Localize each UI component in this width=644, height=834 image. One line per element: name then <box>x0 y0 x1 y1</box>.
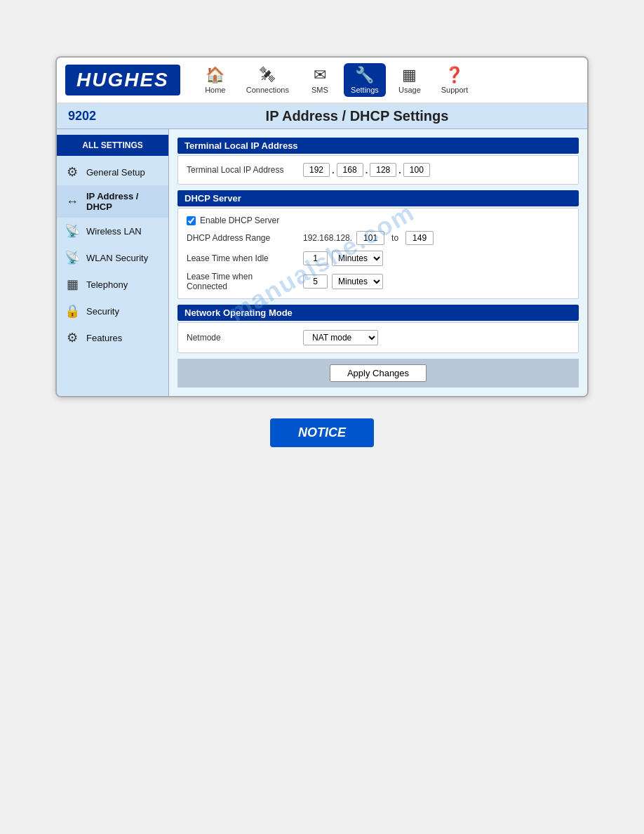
ip-part-3[interactable] <box>370 163 396 177</box>
sidebar-item-wireless-lan[interactable]: 📡 Wireless LAN <box>57 218 168 244</box>
nav-sms[interactable]: ✉ SMS <box>299 63 341 97</box>
lease-connected-label-text: Lease Time whenConnected <box>187 272 253 291</box>
lease-connected-input[interactable] <box>303 274 328 289</box>
lease-connected-label: Lease Time whenConnected <box>187 272 299 291</box>
nav-connections-label: Connections <box>246 86 289 94</box>
dhcp-section: Enable DHCP Server DHCP Address Range 19… <box>177 208 579 299</box>
nav-support[interactable]: ❓ Support <box>434 63 476 97</box>
top-nav: HUGHES 🏠 Home 🛰 Connections ✉ SMS 🔧 Sett <box>57 58 587 104</box>
ui-container: HUGHES 🏠 Home 🛰 Connections ✉ SMS 🔧 Sett <box>55 56 589 397</box>
sidebar-label-ip-dhcp: IP Address / DHCP <box>86 191 161 212</box>
terminal-ip-row: Terminal Local IP Address . . . <box>187 163 570 177</box>
lease-connected-unit-select[interactable]: Minutes Hours <box>332 274 383 289</box>
sidebar-item-features[interactable]: ⚙ Features <box>57 324 168 351</box>
nav-buttons: 🏠 Home 🛰 Connections ✉ SMS 🔧 Settings ▦ <box>194 63 579 97</box>
sidebar-label-features: Features <box>86 333 122 343</box>
page-title: IP Address / DHCP Settings <box>138 108 576 124</box>
notice-box: NOTICE <box>270 418 374 447</box>
sidebar-item-ip-dhcp[interactable]: ↔ IP Address / DHCP <box>57 185 168 218</box>
dhcp-header: DHCP Server <box>177 190 579 206</box>
apply-changes-button[interactable]: Apply Changes <box>330 364 427 382</box>
lease-idle-input[interactable] <box>303 251 328 265</box>
enable-dhcp-text: Enable DHCP Server <box>200 216 279 225</box>
netmode-row: Netmode NAT mode Bridge mode <box>187 330 570 345</box>
ip-dot-1: . <box>332 165 335 176</box>
sidebar-header: ALL SETTINGS <box>57 135 168 156</box>
sidebar-item-general-setup[interactable]: ⚙ General Setup <box>57 159 168 185</box>
terminal-ip-header: Terminal Local IP Address <box>177 138 579 154</box>
sidebar-label-telephony: Telephony <box>86 279 128 290</box>
range-end-input[interactable] <box>405 231 434 245</box>
nav-settings[interactable]: 🔧 Settings <box>344 63 386 97</box>
ip-dot-3: . <box>398 165 401 176</box>
ip-part-4[interactable] <box>403 163 430 177</box>
nav-settings-label: Settings <box>351 86 379 94</box>
lease-idle-row: Lease Time when Idle Minutes Hours <box>187 251 570 266</box>
netmode-label: Netmode <box>187 333 299 343</box>
terminal-ip-label: Terminal Local IP Address <box>187 165 299 175</box>
network-mode-header: Network Operating Mode <box>177 305 579 321</box>
sidebar: ALL SETTINGS ⚙ General Setup ↔ IP Addres… <box>57 129 169 396</box>
content-area: manualshe.com ALL SETTINGS ⚙ General Set… <box>57 129 587 396</box>
sidebar-label-security: Security <box>86 306 119 317</box>
sidebar-item-security[interactable]: 🔒 Security <box>57 298 168 324</box>
device-id: 9202 <box>68 109 138 124</box>
ip-part-1[interactable] <box>303 163 330 177</box>
sidebar-label-wlan-security: WLAN Security <box>86 253 148 263</box>
features-icon: ⚙ <box>64 330 81 345</box>
network-mode-section: Netmode NAT mode Bridge mode <box>177 322 579 353</box>
wireless-icon: 📡 <box>64 223 81 239</box>
ip-dot-2: . <box>365 165 368 176</box>
ip-range-prefix: 192.168.128. <box>303 233 352 243</box>
logo-area: HUGHES <box>65 65 180 95</box>
gear-icon: ⚙ <box>64 164 81 180</box>
main-content: Terminal Local IP Address Terminal Local… <box>169 129 587 396</box>
nav-support-label: Support <box>441 86 469 94</box>
nav-usage[interactable]: ▦ Usage <box>389 63 431 97</box>
enable-dhcp-row: Enable DHCP Server <box>187 216 570 225</box>
wlan-security-icon: 📡 <box>64 250 81 265</box>
range-start-input[interactable] <box>356 231 384 245</box>
lease-idle-label: Lease Time when Idle <box>187 253 299 263</box>
device-row: 9202 IP Address / DHCP Settings <box>57 104 587 129</box>
ip-icon: ↔ <box>64 194 81 209</box>
sms-icon: ✉ <box>314 66 326 84</box>
connections-icon: 🛰 <box>260 66 275 84</box>
logo-text: HUGHES <box>76 69 169 91</box>
apply-row: Apply Changes <box>177 359 579 388</box>
sidebar-item-telephony[interactable]: ▦ Telephony <box>57 271 168 298</box>
settings-icon: 🔧 <box>355 66 374 84</box>
usage-icon: ▦ <box>402 66 417 84</box>
lease-connected-row: Lease Time whenConnected Minutes Hours <box>187 272 570 291</box>
support-icon: ❓ <box>445 66 464 84</box>
lock-icon: 🔒 <box>64 303 81 319</box>
ip-part-2[interactable] <box>337 163 363 177</box>
terminal-ip-section: Terminal Local IP Address . . . <box>177 155 579 185</box>
enable-dhcp-label[interactable]: Enable DHCP Server <box>187 216 279 225</box>
page-wrapper: HUGHES 🏠 Home 🛰 Connections ✉ SMS 🔧 Sett <box>0 14 644 475</box>
terminal-ip-inputs: . . . <box>303 163 430 177</box>
home-icon: 🏠 <box>206 66 224 84</box>
netmode-select[interactable]: NAT mode Bridge mode <box>303 330 378 345</box>
sidebar-label-wireless-lan: Wireless LAN <box>86 226 142 237</box>
dhcp-range-row: DHCP Address Range 192.168.128. to <box>187 231 570 245</box>
sidebar-item-wlan-security[interactable]: 📡 WLAN Security <box>57 244 168 271</box>
telephony-icon: ▦ <box>64 277 81 292</box>
nav-connections[interactable]: 🛰 Connections <box>239 63 296 97</box>
enable-dhcp-checkbox[interactable] <box>187 216 196 225</box>
nav-home-label: Home <box>205 86 225 94</box>
nav-usage-label: Usage <box>398 86 421 94</box>
nav-home[interactable]: 🏠 Home <box>194 63 236 97</box>
nav-sms-label: SMS <box>311 86 328 94</box>
dhcp-range-label: DHCP Address Range <box>187 233 299 243</box>
sidebar-label-general-setup: General Setup <box>86 167 145 178</box>
lease-idle-unit-select[interactable]: Minutes Hours <box>332 251 383 266</box>
to-label: to <box>391 233 398 243</box>
